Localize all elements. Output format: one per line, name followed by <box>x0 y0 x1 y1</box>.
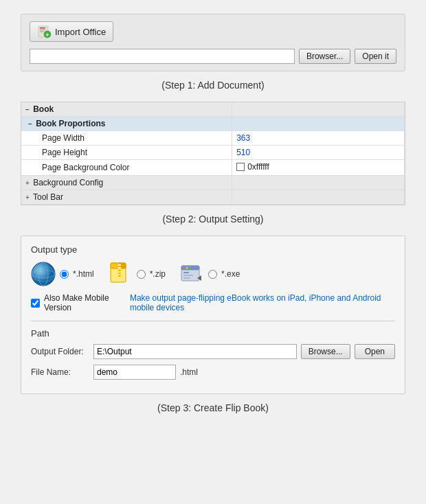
exe-radio[interactable] <box>208 270 217 279</box>
bg-config-value-cell <box>232 176 405 190</box>
mobile-version-row: Also Make Mobile Version Make output pag… <box>31 293 395 312</box>
open-it-button[interactable]: Open it <box>355 49 396 64</box>
bg-config-label: + Background Config <box>21 176 232 190</box>
mobile-checkbox-label: Also Make Mobile Version <box>44 293 126 312</box>
filename-row: File Name: .html <box>31 365 395 380</box>
zip-output-option: *.zip <box>108 262 166 286</box>
table-row-page-width: Page Width 363 <box>21 131 405 146</box>
bg-config-expand-icon[interactable]: + <box>25 179 30 187</box>
page-height-value[interactable]: 510 <box>232 146 405 160</box>
book-value-cell <box>232 102 405 117</box>
html-radio[interactable] <box>60 270 69 279</box>
svg-point-24 <box>189 267 191 269</box>
table-row-page-height: Page Height 510 <box>21 146 405 160</box>
path-label: Path <box>31 328 395 339</box>
output-folder-row: Output Folder: Browse... Open <box>31 344 395 359</box>
toolbar-label: + Tool Bar <box>21 190 232 205</box>
page-bg-color-label: Page Background Color <box>21 160 232 176</box>
table-row-book-proportions: − Book Proportions <box>21 117 405 131</box>
toolbar-expand-icon[interactable]: + <box>25 194 30 201</box>
step1-panel: + Import Office Browser... Open it <box>21 14 405 71</box>
svg-point-22 <box>183 267 186 269</box>
svg-point-6 <box>32 262 55 286</box>
output-folder-input[interactable] <box>93 344 297 359</box>
table-row-page-bg-color: Page Background Color 0xffffff <box>21 160 405 176</box>
import-office-label: Import Office <box>55 27 106 37</box>
file-name-input[interactable] <box>93 365 176 380</box>
zip-radio[interactable] <box>137 270 146 279</box>
mobile-version-checkbox[interactable] <box>31 299 40 308</box>
exe-icon <box>179 262 204 286</box>
zip-icon <box>108 262 133 286</box>
import-office-button[interactable]: + Import Office <box>30 21 113 42</box>
page-height-label: Page Height <box>21 146 232 160</box>
svg-rect-25 <box>183 272 189 273</box>
proportions-expand-icon[interactable]: − <box>28 120 32 128</box>
swatch-box <box>236 163 245 171</box>
browser-button[interactable]: Browser... <box>299 49 350 64</box>
table-row-book: − Book <box>21 102 405 117</box>
output-type-label: Output type <box>31 244 395 255</box>
html-output-option: *.html <box>31 262 94 286</box>
step3-label: (Step 3: Create Flip Book) <box>21 402 405 413</box>
step3-panel: Output type <box>21 236 405 394</box>
open-button[interactable]: Open <box>355 344 395 359</box>
path-section: Path Output Folder: Browse... Open File … <box>31 321 395 380</box>
file-name-label: File Name: <box>31 367 89 377</box>
step1-label: (Step 1: Add Document) <box>21 80 405 91</box>
page-width-value[interactable]: 363 <box>232 131 405 146</box>
svg-point-23 <box>186 267 188 269</box>
exe-radio-label: *.exe <box>221 269 240 279</box>
html-icon <box>31 262 56 286</box>
import-icon: + <box>37 25 51 38</box>
svg-text:+: + <box>45 32 49 38</box>
zip-radio-label: *.zip <box>150 269 166 279</box>
svg-rect-2 <box>40 30 45 30</box>
file-path-input[interactable] <box>30 49 295 64</box>
book-expand-icon[interactable]: − <box>25 106 30 113</box>
html-radio-label: *.html <box>73 269 94 279</box>
svg-rect-3 <box>40 32 44 32</box>
output-options: *.html <box>31 262 395 286</box>
step2-panel: − Book − Book Proportions Page Width 363… <box>21 102 405 205</box>
page-bg-color-value: 0xffffff <box>232 160 405 176</box>
color-swatch: 0xffffff <box>236 162 269 172</box>
book-proportions-value-cell <box>232 117 405 131</box>
svg-rect-17 <box>118 273 121 274</box>
svg-rect-26 <box>183 275 193 276</box>
output-folder-label: Output Folder: <box>31 347 89 356</box>
file-row: Browser... Open it <box>30 49 396 64</box>
svg-rect-18 <box>118 275 121 277</box>
book-proportions-label: − Book Proportions <box>21 117 232 131</box>
svg-rect-16 <box>118 270 121 271</box>
svg-rect-27 <box>183 277 190 279</box>
page-width-label: Page Width <box>21 131 232 146</box>
svg-rect-15 <box>118 267 121 268</box>
properties-table: − Book − Book Proportions Page Width 363… <box>21 102 405 205</box>
step2-label: (Step 2: Output Setting) <box>21 214 405 225</box>
table-row-toolbar: + Tool Bar <box>21 190 405 205</box>
svg-rect-14 <box>118 264 121 266</box>
book-label: − Book <box>21 102 232 117</box>
exe-output-option: *.exe <box>179 262 240 286</box>
toolbar-value-cell <box>232 190 405 205</box>
browse-button[interactable]: Browse... <box>301 344 350 359</box>
file-ext-label: .html <box>180 367 198 377</box>
table-row-bg-config: + Background Config <box>21 176 405 190</box>
mobile-link[interactable]: Make output page-flipping eBook works on… <box>130 293 395 312</box>
svg-rect-1 <box>40 27 45 29</box>
